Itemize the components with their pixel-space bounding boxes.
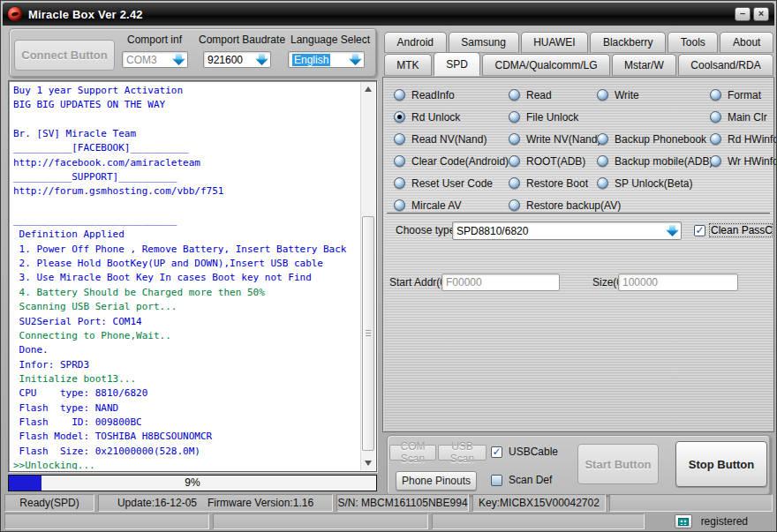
- radio-rd-hwinfo[interactable]: Rd HWinfo: [710, 133, 777, 146]
- radio-button-icon[interactable]: [597, 177, 608, 189]
- baudrate-select[interactable]: 921600: [203, 51, 271, 68]
- title-bar[interactable]: Miracle Box Ver 2.42 – ×: [3, 3, 774, 26]
- radio-button-icon[interactable]: [509, 89, 520, 101]
- radio-read[interactable]: Read: [509, 89, 597, 101]
- radio-label: Mircale AV: [411, 199, 461, 212]
- radio-label: Backup Phonebook: [615, 133, 706, 146]
- radio-sp-unlock-beta-[interactable]: SP Unlock(Beta): [597, 177, 710, 190]
- radio-button-icon[interactable]: [710, 111, 721, 123]
- status-cell-empty-1: [4, 513, 209, 529]
- tab-spd[interactable]: SPD: [434, 52, 480, 76]
- radio-button-icon[interactable]: [509, 199, 520, 211]
- clean-passcode-checkbox[interactable]: ✓: [694, 225, 705, 236]
- tab-row-brands: AndroidSamsungHUAWEIBlackberryToolsAbout: [383, 32, 774, 53]
- start-addr-input[interactable]: F00000: [441, 273, 560, 291]
- radio-root-adb-[interactable]: ROOT(ADB): [509, 155, 597, 168]
- scroll-down-icon[interactable]: [361, 456, 375, 470]
- operation-options: ReadInfoReadWriteFormatRd UnlockFile Unl…: [387, 82, 770, 214]
- tab-blackberry[interactable]: Blackberry: [590, 32, 666, 53]
- radio-button-icon[interactable]: [597, 89, 608, 101]
- radio-write[interactable]: Write: [597, 89, 710, 101]
- radio-restore-backup-av-[interactable]: Restore backup(AV): [509, 199, 597, 212]
- radio-readinfo[interactable]: ReadInfo: [394, 89, 509, 101]
- scan-def-label: Scan Def: [509, 474, 552, 486]
- chevron-down-icon[interactable]: [255, 54, 268, 65]
- radio-backup-mobile-adb-[interactable]: Backup mobile(ADB): [597, 155, 710, 168]
- radio-file-unlock[interactable]: File Unlock: [509, 111, 597, 124]
- log-content: Buy 1 year Support ActivationBIG BIG UPD…: [11, 83, 359, 469]
- radio-label: Format: [728, 89, 761, 101]
- usb-cable-checkbox[interactable]: ✓: [491, 446, 502, 458]
- stop-button[interactable]: Stop Button: [675, 441, 767, 487]
- radio-read-nv-nand-[interactable]: Read NV(Nand): [394, 133, 509, 146]
- size-input[interactable]: 100000: [618, 273, 738, 291]
- radio-button-icon[interactable]: [597, 155, 608, 167]
- comport-select[interactable]: COM3: [122, 51, 188, 68]
- tab-mtk[interactable]: MTK: [384, 54, 432, 76]
- minimize-icon[interactable]: –: [735, 7, 751, 21]
- log-line: __________[FACEBOOK]__________: [13, 141, 359, 155]
- radio-button-icon[interactable]: [710, 89, 721, 101]
- tab-coolsand-rda[interactable]: Coolsand/RDA: [678, 54, 773, 76]
- comport-value: COM3: [126, 54, 172, 66]
- tab-huawei[interactable]: HUAWEI: [521, 32, 589, 53]
- radio-button-icon[interactable]: [597, 133, 608, 145]
- tab-samsung[interactable]: Samsung: [449, 32, 519, 53]
- scan-actions-group: COM Scan USB Scan Phone Pinouts ✓ USBCab…: [387, 435, 771, 496]
- start-button[interactable]: Start Button: [577, 444, 659, 484]
- radio-reset-user-code[interactable]: Reset User Code: [394, 177, 509, 190]
- scroll-up-icon[interactable]: [361, 82, 375, 96]
- tab-cdma-qualcomm-lg[interactable]: CDMA/Qualcomm/LG: [482, 54, 610, 76]
- scan-def-checkbox[interactable]: [491, 475, 502, 486]
- radio-button-icon[interactable]: [509, 177, 520, 189]
- usb-scan-button[interactable]: USB Scan: [438, 445, 487, 461]
- radio-button-icon[interactable]: [509, 155, 520, 167]
- scrollbar-thumb[interactable]: [362, 216, 374, 451]
- status-key: Key:MICBX15V00042702: [472, 494, 606, 512]
- tab-mstar-w[interactable]: Mstar/W: [612, 54, 676, 76]
- com-scan-button[interactable]: COM Scan: [389, 445, 436, 461]
- log-scrollbar[interactable]: [360, 82, 375, 470]
- tab-tools[interactable]: Tools: [668, 32, 718, 53]
- tab-about[interactable]: About: [720, 32, 773, 53]
- radio-label: Rd Unlock: [411, 111, 460, 124]
- radio-format[interactable]: Format: [710, 89, 777, 101]
- chevron-down-icon[interactable]: [172, 54, 185, 65]
- language-select[interactable]: English: [288, 51, 365, 68]
- usb-cable-label: USBCable: [509, 446, 558, 458]
- chevron-down-icon[interactable]: [349, 54, 362, 65]
- tab-android[interactable]: Android: [384, 32, 447, 53]
- radio-restore-boot[interactable]: Restore Boot: [509, 177, 597, 190]
- radio-label: Restore Boot: [526, 177, 588, 190]
- connect-button[interactable]: Connect Button: [14, 40, 115, 71]
- radio-rd-unlock[interactable]: Rd Unlock: [394, 111, 509, 124]
- status-cell-empty-2: [213, 513, 428, 529]
- phone-pinouts-button[interactable]: Phone Pinouts: [396, 471, 477, 491]
- radio-button-icon[interactable]: [394, 177, 405, 189]
- choose-type-select[interactable]: SPD8810/6820: [452, 221, 682, 240]
- radio-button-icon[interactable]: [394, 133, 405, 145]
- miracle-logo-icon: [8, 7, 22, 21]
- radio-button-icon[interactable]: [394, 89, 405, 101]
- radio-wr-hwinfo[interactable]: Wr HWinfo: [710, 155, 777, 168]
- radio-label: Main Clr: [728, 111, 767, 124]
- registered-grid-icon: [675, 514, 692, 528]
- radio-clear-code-android-[interactable]: Clear Code(Android): [394, 155, 509, 168]
- radio-write-nv-nand-[interactable]: Write NV(Nand): [509, 133, 597, 146]
- radio-button-icon[interactable]: [710, 133, 721, 145]
- log-line: Flash Size: 0x21000000(528.0M): [13, 445, 359, 459]
- chevron-down-icon[interactable]: [666, 225, 679, 236]
- close-icon[interactable]: ×: [753, 7, 769, 21]
- radio-button-icon[interactable]: [394, 111, 405, 123]
- radio-button-icon[interactable]: [394, 155, 405, 167]
- radio-mircale-av[interactable]: Mircale AV: [394, 199, 509, 212]
- start-addr-label: Start Addr(0: [389, 276, 446, 288]
- log-line: Br. [SV] Miracle Team: [13, 127, 359, 141]
- radio-button-icon[interactable]: [710, 155, 721, 167]
- radio-backup-phonebook[interactable]: Backup Phonebook: [597, 133, 710, 146]
- radio-button-icon[interactable]: [509, 111, 520, 123]
- radio-main-clr[interactable]: Main Clr: [710, 111, 777, 124]
- radio-button-icon[interactable]: [394, 199, 405, 211]
- radio-label: File Unlock: [526, 111, 578, 124]
- radio-button-icon[interactable]: [509, 133, 520, 145]
